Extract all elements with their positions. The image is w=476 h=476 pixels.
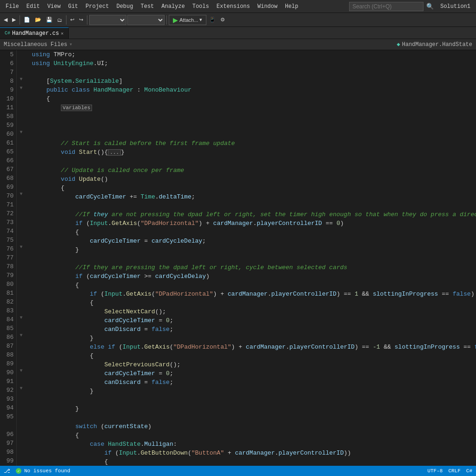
menu-tools[interactable]: Tools	[189, 2, 213, 11]
attach-btn[interactable]: ▶ Attach... ▾	[169, 15, 206, 25]
collapse-104[interactable]: ▼	[17, 386, 25, 391]
line-76: 76	[3, 245, 13, 253]
attach-dropdown-icon: ▾	[199, 17, 202, 23]
device-btn[interactable]: 📱	[207, 14, 218, 26]
solution-label: Solution1	[436, 3, 474, 10]
breadcrumb-bar: Miscellaneous Files ▾ ◆ HandManager.Hand…	[0, 39, 476, 50]
tab-icon: C#	[5, 31, 10, 36]
line-97: 97	[3, 439, 13, 448]
menu-project[interactable]: Project	[82, 2, 112, 11]
menu-view[interactable]: View	[44, 2, 65, 11]
tab-close-btn[interactable]: ✕	[61, 31, 64, 36]
redo-btn[interactable]: ↪	[77, 14, 85, 26]
line-66: 66	[3, 156, 13, 165]
menu-debug[interactable]: Debug	[112, 2, 137, 11]
line-93: 93	[3, 395, 13, 403]
collapse-86[interactable]: ▼	[17, 245, 25, 250]
undo-btn[interactable]: ↩	[68, 14, 76, 26]
breadcrumb-class[interactable]: HandManager.HandState	[402, 41, 472, 48]
line-58: 58	[3, 112, 13, 121]
line-91: 91	[3, 377, 13, 386]
code-area: 5 6 7 8 9 10 11 58 59 60 61 65 66 67 68 …	[0, 50, 476, 466]
line-numbers: 5 6 7 8 9 10 11 58 59 60 61 65 66 67 68 …	[0, 50, 17, 466]
menu-window[interactable]: Window	[254, 2, 281, 11]
line-72: 72	[3, 209, 13, 218]
line-96: 96	[3, 430, 13, 439]
line-78: 78	[3, 262, 13, 271]
search-input[interactable]	[349, 2, 423, 11]
line-84: 84	[3, 315, 13, 324]
tab-bar: C# HandManager.cs ✕	[0, 27, 476, 39]
breadcrumb-right: ◆ HandManager.HandState	[397, 41, 472, 48]
config-dropdown[interactable]	[89, 15, 126, 25]
collapse-97[interactable]: ▼	[17, 333, 25, 338]
line-73: 73	[3, 218, 13, 227]
line-65: 65	[3, 147, 13, 156]
issues-section[interactable]: ✓ No issues found	[16, 468, 70, 474]
line-70: 70	[3, 192, 13, 200]
status-right: UTF-8 CRLF C#	[427, 468, 472, 474]
encoding-label: UTF-8	[427, 468, 443, 474]
collapse-11[interactable]: ▼	[17, 86, 25, 91]
back-btn[interactable]: ◀	[2, 14, 9, 26]
line-86: 86	[3, 333, 13, 342]
new-file-btn[interactable]: 📄	[22, 14, 32, 26]
line-11: 11	[3, 103, 13, 112]
save-btn[interactable]: 💾	[44, 14, 54, 26]
language-label: C#	[466, 468, 472, 474]
status-left: ⎇	[4, 468, 12, 475]
attach-label: Attach...	[179, 17, 198, 23]
ok-icon: ✓	[16, 468, 21, 474]
line-74: 74	[3, 227, 13, 236]
line-90: 90	[3, 368, 13, 377]
line-81: 81	[3, 289, 13, 298]
menu-help[interactable]: Help	[281, 2, 302, 11]
line-9: 9	[3, 86, 13, 94]
settings-btn[interactable]: ⚙	[218, 14, 227, 26]
search-bar: 🔍 Solution1	[349, 2, 474, 11]
status-bar: ⎇ ✓ No issues found UTF-8 CRLF C#	[0, 466, 476, 476]
collapse-9[interactable]: ▼	[17, 77, 25, 82]
collapse-sw[interactable]: ▼	[17, 315, 25, 320]
search-icon: 🔍	[426, 3, 434, 10]
menu-git[interactable]: Git	[64, 2, 82, 11]
line-71: 71	[3, 200, 13, 209]
tab-label: HandManager.cs	[12, 30, 59, 37]
menu-file[interactable]: File	[2, 2, 23, 11]
line-8: 8	[3, 77, 13, 86]
line-59: 59	[3, 121, 13, 130]
platform-dropdown[interactable]	[127, 15, 165, 25]
menu-edit[interactable]: Edit	[23, 2, 44, 11]
tab-handmanager[interactable]: C# HandManager.cs ✕	[0, 27, 69, 39]
git-icon: ⎇	[4, 468, 10, 475]
collapse-61[interactable]: ▼	[17, 130, 25, 135]
line-67: 67	[3, 165, 13, 174]
menu-test[interactable]: Test	[137, 2, 158, 11]
collapse-102[interactable]: ▼	[17, 368, 25, 373]
collapse-80[interactable]: ▼	[17, 192, 25, 197]
line-89: 89	[3, 359, 13, 368]
line-61: 61	[3, 139, 13, 147]
line-5: 5	[3, 50, 13, 59]
menu-extensions[interactable]: Extensions	[213, 2, 254, 11]
line-80: 80	[3, 280, 13, 289]
issues-label: No issues found	[24, 468, 70, 474]
sep1	[20, 15, 20, 25]
line-88: 88	[3, 350, 13, 359]
line-ending-label: CRLF	[448, 468, 460, 474]
breadcrumb-files[interactable]: Miscellaneous Files	[4, 41, 67, 48]
code-content[interactable]: using TMPro; using UnityEngine.UI; [Syst…	[28, 50, 476, 466]
line-92: 92	[3, 386, 13, 395]
play-icon: ▶	[173, 16, 178, 24]
menu-bar: File Edit View Git Project Debug Test An…	[0, 0, 476, 13]
sep4	[166, 15, 167, 25]
line-98: 98	[3, 448, 13, 456]
line-7: 7	[3, 68, 13, 77]
open-btn[interactable]: 📂	[33, 14, 43, 26]
save-all-btn[interactable]: 🗂	[55, 14, 64, 26]
sep3	[87, 15, 87, 25]
line-85: 85	[3, 324, 13, 333]
line-99: 99	[3, 456, 13, 465]
menu-analyze[interactable]: Analyze	[158, 2, 188, 11]
forward-btn[interactable]: ▶	[10, 14, 18, 26]
